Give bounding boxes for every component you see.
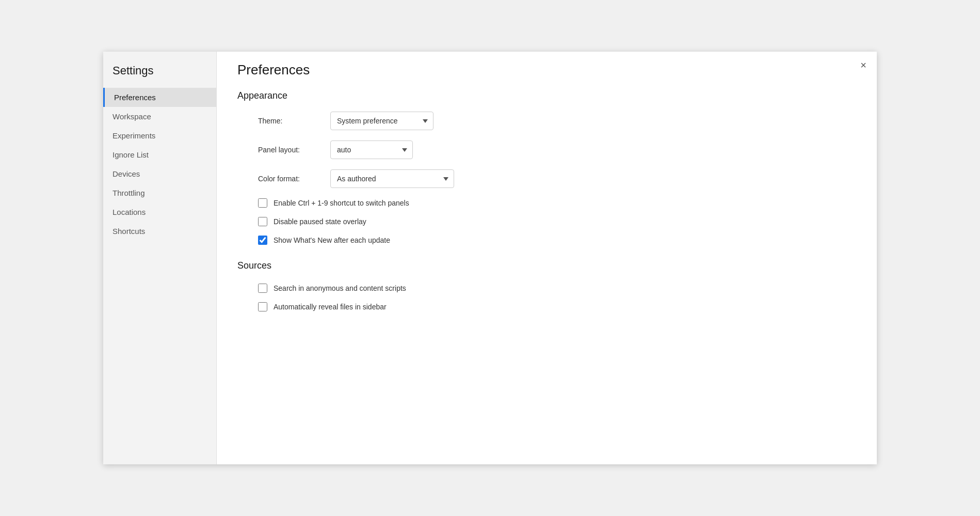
sidebar-title: Settings [103,57,216,88]
reveal-sidebar-checkbox[interactable] [258,302,267,311]
reveal-sidebar-label: Automatically reveal files in sidebar [274,303,387,311]
sidebar: Settings Preferences Workspace Experimen… [103,52,217,464]
anon-scripts-label: Search in anonymous and content scripts [274,284,406,292]
main-content: Preferences Appearance Theme: System pre… [217,52,877,464]
page-title: Preferences [237,62,856,78]
settings-window: × Settings Preferences Workspace Experim… [103,52,877,464]
panel-layout-row: Panel layout: auto horizontal vertical [237,140,856,159]
theme-select[interactable]: System preference Light Dark [330,112,433,130]
sidebar-item-locations[interactable]: Locations [103,202,216,222]
sources-divider: Sources [237,260,856,271]
pause-overlay-row: Disable paused state overlay [237,217,856,226]
sidebar-item-experiments[interactable]: Experiments [103,126,216,145]
sidebar-item-shortcuts[interactable]: Shortcuts [103,222,216,241]
color-format-row: Color format: As authored HEX RGB HSL [237,169,856,188]
theme-row: Theme: System preference Light Dark [237,112,856,130]
ctrl-shortcut-label: Enable Ctrl + 1-9 shortcut to switch pan… [274,199,409,207]
appearance-section-title: Appearance [237,90,856,101]
close-button[interactable]: × [860,60,866,70]
whats-new-row: Show What's New after each update [237,236,856,245]
anon-scripts-row: Search in anonymous and content scripts [237,284,856,293]
sidebar-item-workspace[interactable]: Workspace [103,107,216,126]
color-format-select[interactable]: As authored HEX RGB HSL [330,169,454,188]
panel-layout-select[interactable]: auto horizontal vertical [330,140,413,159]
whats-new-checkbox[interactable] [258,236,267,245]
pause-overlay-label: Disable paused state overlay [274,217,366,226]
ctrl-shortcut-checkbox[interactable] [258,198,267,208]
sidebar-item-throttling[interactable]: Throttling [103,183,216,202]
anon-scripts-checkbox[interactable] [258,284,267,293]
sidebar-item-preferences[interactable]: Preferences [103,88,216,107]
ctrl-shortcut-row: Enable Ctrl + 1-9 shortcut to switch pan… [237,198,856,208]
pause-overlay-checkbox[interactable] [258,217,267,226]
sidebar-item-ignore-list[interactable]: Ignore List [103,145,216,164]
theme-label: Theme: [258,117,330,125]
sources-section-title: Sources [237,260,856,271]
color-format-label: Color format: [258,175,330,183]
whats-new-label: Show What's New after each update [274,236,390,244]
panel-layout-label: Panel layout: [258,146,330,154]
sidebar-item-devices[interactable]: Devices [103,164,216,183]
reveal-sidebar-row: Automatically reveal files in sidebar [237,302,856,311]
